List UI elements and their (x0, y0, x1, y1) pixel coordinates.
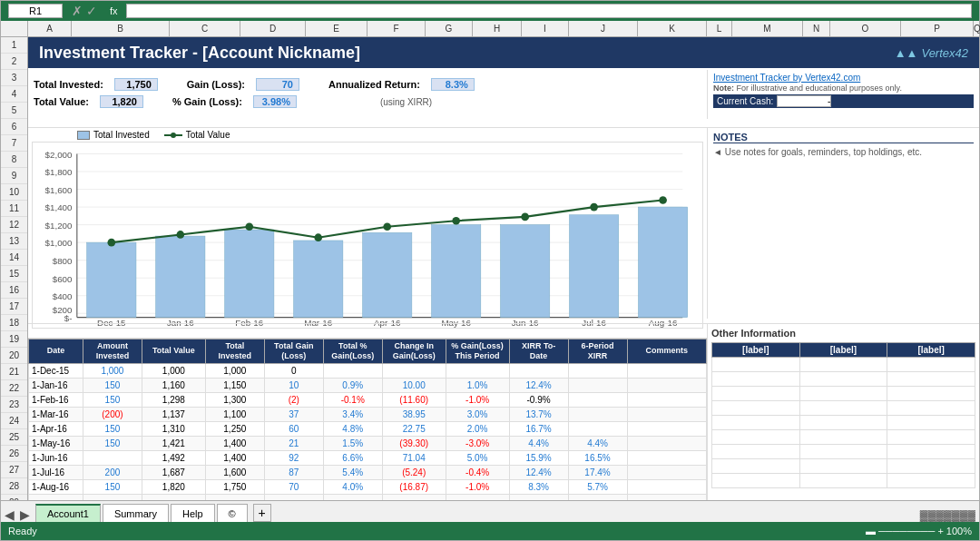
spacer-row5 (28, 119, 979, 128)
tab-help[interactable]: Help (171, 504, 215, 522)
table-cell (627, 494, 707, 500)
col-H: H (473, 21, 522, 36)
table-cell (382, 363, 446, 378)
col-L: L (707, 21, 732, 36)
table-cell: 17.4% (568, 465, 627, 479)
svg-text:$400: $400 (53, 291, 73, 301)
tab-summary-label: Summary (114, 508, 157, 519)
table-cell: 150 (83, 421, 142, 436)
vertex-link[interactable]: Investment Tracker by Vertex42.com (713, 73, 860, 83)
th-change-gain: Change InGain(Loss) (382, 339, 446, 364)
other-info-row (712, 474, 975, 488)
row-num-9: 9 (1, 168, 27, 184)
cell-name-box[interactable] (8, 4, 63, 18)
formula-bar[interactable] (126, 4, 972, 18)
table-cell: 5.0% (446, 450, 509, 465)
row-num-17: 17 (1, 299, 27, 315)
col-E: E (306, 21, 368, 36)
table-cell: 4.8% (323, 421, 382, 436)
other-info-th-1: [label] (712, 343, 800, 358)
other-info-row (712, 459, 975, 474)
svg-text:$1,200: $1,200 (45, 221, 73, 231)
table-row: 1-Feb-161501,2981,300(2)-0.1%(11.60)-1.0… (29, 392, 707, 407)
tab-copyright-label: © (229, 508, 236, 519)
other-info-row (712, 430, 975, 445)
tab-account1[interactable]: Account1 (35, 504, 101, 522)
table-cell (446, 494, 509, 500)
table-cell: 70 (264, 479, 323, 494)
row-num-16: 16 (1, 282, 27, 299)
table-cell: -0.1% (323, 392, 382, 407)
row-num-21: 21 (1, 364, 27, 380)
th-total-pct: Total %Gain(Loss) (323, 339, 382, 364)
table-cell (627, 407, 707, 421)
table-cell: 150 (83, 479, 142, 494)
col-headers: A B C D E F G H I J K L M N O P Q (1, 21, 979, 37)
table-cell: - (264, 494, 323, 500)
table-cell: 4.4% (568, 436, 627, 450)
table-cell: 1-Mar-16 (29, 407, 83, 421)
header-banner: Investment Tracker - [Account Nickname] … (28, 37, 979, 70)
table-cell: 1,687 (142, 465, 205, 479)
row-num-14: 14 (1, 250, 27, 266)
table-cell: 13.7% (509, 407, 568, 421)
total-invested-label: Total Invested: (34, 79, 103, 90)
table-cell (627, 479, 707, 494)
table-cell (509, 363, 568, 378)
tab-scroll-right[interactable]: ▶ (20, 507, 30, 522)
col-F: F (368, 21, 426, 36)
notes-arrow-text: ◄ Use notes for goals, reminders, top ho… (713, 147, 974, 157)
row20-spacer (28, 324, 707, 339)
zoom-controls: ▬ ──────── + 100% (866, 526, 972, 536)
svg-rect-30 (569, 215, 618, 318)
table-cell (568, 378, 627, 392)
table-cell: 1,160 (142, 378, 205, 392)
stats-section: Total Invested: 1,750 Gain (Loss): 70 An… (28, 70, 707, 119)
row-numbers: 1 2 3 4 5 6 7 8 9 10 11 12 13 14 15 16 1… (1, 37, 28, 500)
table-cell (323, 363, 382, 378)
chart-legend: Total Invested Total Value (77, 130, 703, 140)
table-cell: (5.24) (382, 465, 446, 479)
table-cell: 3.0% (446, 407, 509, 421)
table-cell (29, 494, 83, 500)
th-xirr: XIRR To-Date (509, 339, 568, 364)
svg-rect-24 (156, 236, 205, 318)
table-cell: 1-Apr-16 (29, 421, 83, 436)
table-cell (627, 436, 707, 450)
row-num-24: 24 (1, 413, 27, 429)
tab-bar: ◀ ▶ Account1 Summary Help © + ▓▓▓▓▓▓▓ (1, 500, 979, 522)
row-num-1: 1 (1, 37, 27, 54)
legend-bar-label: Total Invested (93, 130, 150, 140)
svg-point-38 (521, 213, 529, 221)
table-cell: - (509, 494, 568, 500)
table-cell: 150 (83, 436, 142, 450)
row-num-22: 22 (1, 380, 27, 397)
tab-summary[interactable]: Summary (103, 504, 169, 522)
svg-rect-26 (294, 241, 343, 318)
tab-scroll-left[interactable]: ◀ (5, 507, 15, 522)
table-cell: 6.6% (323, 450, 382, 465)
table-cell: 1,300 (205, 392, 264, 407)
col-I: I (522, 21, 569, 36)
table-row: ---- (29, 494, 707, 500)
table-cell: 200 (83, 465, 142, 479)
legend-bar-icon (77, 131, 90, 140)
tab-help-label: Help (182, 508, 203, 519)
tab-copyright[interactable]: © (217, 504, 248, 522)
col-J: J (569, 21, 638, 36)
col-B: B (72, 21, 170, 36)
row-num-10: 10 (1, 184, 27, 201)
tab-add-button[interactable]: + (253, 504, 271, 522)
th-pct-period: % Gain(Loss)This Period (446, 339, 509, 364)
table-row: 1-Mar-16(200)1,1371,100373.4%38.953.0%13… (29, 407, 707, 421)
current-cash-input[interactable] (777, 95, 831, 107)
table-row: 1-Aug-161501,8201,750704.0%(16.87)-1.0%8… (29, 479, 707, 494)
table-cell (627, 450, 707, 465)
table-cell: (11.60) (382, 392, 446, 407)
table-cell: 38.95 (382, 407, 446, 421)
scroll-bar-area[interactable]: ▓▓▓▓▓▓▓ (920, 509, 975, 522)
table-row: 1-Jun-161,4921,400926.6%71.045.0%15.9%16… (29, 450, 707, 465)
total-invested-value: 1,750 (114, 78, 158, 91)
sheet-content: Investment Tracker - [Account Nickname] … (28, 37, 979, 500)
table-cell: 1-Jun-16 (29, 450, 83, 465)
